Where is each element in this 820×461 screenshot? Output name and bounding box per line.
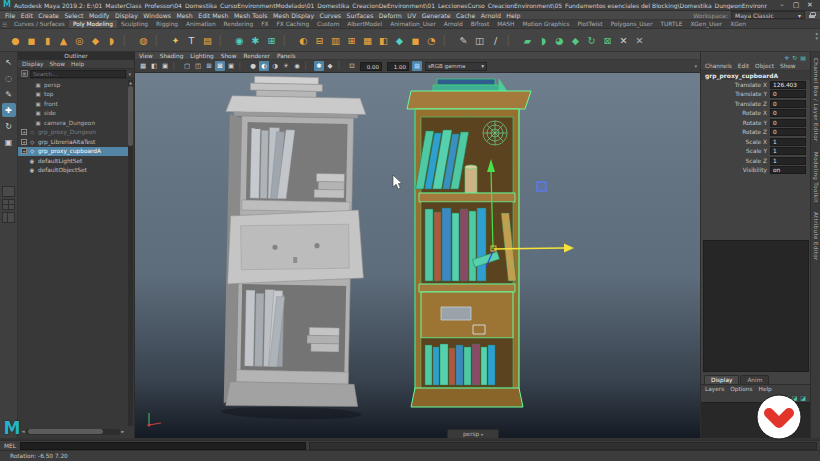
outliner-item[interactable]: ▣ side	[18, 109, 128, 119]
shadows-icon[interactable]: ◐	[259, 61, 269, 71]
separator[interactable]: ▏	[303, 61, 313, 71]
menu-item[interactable]: Select	[64, 12, 83, 19]
sidebar-tab[interactable]: Attribute Editor	[813, 212, 819, 261]
delete-edge-icon[interactable]: ✕	[616, 32, 631, 48]
mirror-cut-icon[interactable]: ◫	[472, 32, 487, 48]
poly-cone-icon[interactable]: ▲	[56, 32, 71, 48]
film-gate-icon[interactable]: ◧	[149, 61, 159, 71]
menu-item[interactable]: Help	[506, 12, 520, 19]
expand-toggle-icon[interactable]: +	[21, 139, 27, 145]
layer-editor-tab[interactable]: Display	[704, 375, 739, 384]
layer-editor-menu-item[interactable]: Options	[730, 386, 752, 392]
scroll-right-icon[interactable]: ►	[120, 429, 126, 434]
viewport-menu-item[interactable]: Renderer	[243, 53, 269, 59]
shelf-tab[interactable]: Arnold	[440, 20, 467, 28]
wedge-icon[interactable]: ◔	[424, 32, 439, 48]
command-line-result-field[interactable]	[309, 442, 817, 450]
target-weld-icon[interactable]: ◕	[552, 32, 567, 48]
menu-item[interactable]: Edit	[21, 12, 33, 19]
super-shape-icon[interactable]: ✦	[168, 32, 183, 48]
expand-toggle-icon[interactable]	[27, 120, 33, 126]
command-line-language-label[interactable]: MEL	[0, 443, 20, 449]
separator[interactable]: ▏	[171, 61, 181, 71]
expand-toggle-icon[interactable]	[21, 158, 27, 164]
move-tool-icon[interactable]: ✚	[2, 103, 16, 117]
poly-cube-icon[interactable]: ◼	[24, 32, 39, 48]
channel-label[interactable]: Translate Y	[701, 91, 767, 97]
channel-value-field[interactable]: 1	[770, 157, 806, 165]
separator[interactable]: ▏	[440, 32, 455, 48]
extrude-icon[interactable]: ⊞	[344, 32, 359, 48]
mirror-icon[interactable]: ◆	[392, 32, 407, 48]
channel-box-menu-item[interactable]: Edit	[738, 63, 749, 69]
shelf-tab[interactable]: MASH	[493, 20, 518, 28]
slice-icon[interactable]: ∕	[488, 32, 503, 48]
bevel-icon[interactable]: ◧	[376, 32, 391, 48]
channel-value-field[interactable]: 1	[770, 147, 806, 155]
exposure-icon[interactable]: ⊡	[347, 61, 357, 71]
shelf-tab[interactable]: Poly Modeling	[69, 20, 117, 28]
rotate-tool-icon[interactable]: ↻	[2, 119, 16, 133]
single-pane-layout-button[interactable]	[2, 186, 15, 197]
menu-item[interactable]: UV	[407, 12, 416, 19]
layer-editor-menu-item[interactable]: Layers	[705, 386, 724, 392]
lasso-tool-icon[interactable]: ◌	[2, 71, 16, 85]
textured-icon[interactable]: ⊞	[204, 61, 214, 71]
close-button[interactable]: ✕	[803, 1, 817, 9]
scrollbar-thumb[interactable]	[28, 429, 103, 434]
connect-icon[interactable]: ◆	[568, 32, 583, 48]
subdivide-icon[interactable]: ⊞	[264, 32, 279, 48]
shelf-tab[interactable]: PlotTwist	[573, 20, 606, 28]
scroll-up-icon[interactable]: ▲	[128, 80, 133, 85]
shelf-tab[interactable]: XGen	[726, 20, 750, 28]
shelf-tab[interactable]: Motion Graphics	[518, 20, 573, 28]
shelf-tab[interactable]: FX	[257, 20, 272, 28]
shaded-icon[interactable]: ◫	[193, 61, 203, 71]
outliner-item[interactable]: ▣ top	[18, 90, 128, 100]
outliner-item[interactable]: + ◇ grp_proxy_cupboardA	[18, 147, 128, 157]
separator[interactable]: ▏	[216, 32, 231, 48]
booleans-icon[interactable]: ◐	[296, 32, 311, 48]
channel-box-menu-item[interactable]: Object	[755, 63, 774, 69]
sidebar-tab[interactable]: Channel Box / Layer Editor	[813, 58, 819, 142]
separate-icon[interactable]: ▥	[328, 32, 343, 48]
colorspace-dropdown[interactable]: sRGB gamma▾	[425, 62, 487, 71]
xray-icon[interactable]: ▣	[226, 61, 236, 71]
default-material-icon[interactable]: ●	[248, 61, 258, 71]
shelf-tab[interactable]: Animation	[182, 20, 220, 28]
sculpt-tool-icon[interactable]: ◉	[232, 32, 247, 48]
separator[interactable]: ▏	[504, 32, 519, 48]
ambient-occlusion-icon[interactable]: ◑	[270, 61, 280, 71]
expand-toggle-icon[interactable]	[27, 110, 33, 116]
channel-label[interactable]: Rotate X	[701, 110, 767, 116]
scrollbar-thumb[interactable]	[128, 86, 133, 146]
separator[interactable]: ▏	[280, 32, 295, 48]
shelf-tab[interactable]: Bifrost	[467, 20, 494, 28]
shelf-tab[interactable]: AlbertModel	[343, 20, 386, 28]
gamma-field[interactable]: 1.00	[387, 62, 409, 71]
separator[interactable]: ▏	[237, 61, 247, 71]
channel-box-menu-item[interactable]: Show	[780, 63, 796, 69]
color-management-icon[interactable]: ▦	[412, 61, 422, 71]
exposure-field[interactable]: 0.00	[360, 62, 382, 71]
smooth-mesh-icon[interactable]: ◼	[408, 32, 423, 48]
outliner-item[interactable]: ▣ front	[18, 99, 128, 109]
outliner-menu-item[interactable]: Display	[22, 61, 43, 67]
menu-item[interactable]: File	[5, 12, 15, 19]
menu-item[interactable]: Create	[38, 12, 59, 19]
outliner-item[interactable]: ◉ defaultLightSet	[18, 156, 128, 166]
platonic-solid-icon[interactable]: ◍	[136, 32, 151, 48]
layer-editor-menu-item[interactable]: Help	[759, 386, 772, 392]
expand-toggle-icon[interactable]	[27, 91, 33, 97]
command-line-input[interactable]	[20, 442, 306, 450]
layer-editor-tab[interactable]: Anim	[740, 375, 769, 384]
lock-workspace-icon[interactable]	[809, 12, 815, 18]
shelf-tab[interactable]: Rendering	[220, 20, 258, 28]
combine-icon[interactable]: ⊟	[312, 32, 327, 48]
outliner-menu-item[interactable]: Show	[49, 61, 65, 67]
channel-value-field[interactable]: on	[770, 166, 806, 174]
menu-item[interactable]: Generate	[422, 12, 451, 19]
shelf-tab[interactable]: Rigging	[152, 20, 182, 28]
channel-label[interactable]: Scale Z	[701, 158, 767, 164]
separator[interactable]: ▏	[120, 32, 135, 48]
